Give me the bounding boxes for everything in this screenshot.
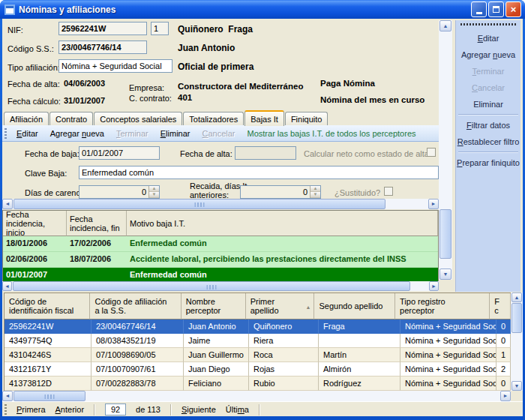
scroll-right-button[interactable]: ► [428, 199, 439, 209]
scroll-left-button[interactable]: ◄ [2, 199, 13, 209]
sidebar-menu: EditarAgregar nuevaTerminarCancelarElimi… [455, 20, 520, 292]
bajas-hscrollbar[interactable]: ◄ ► [2, 281, 439, 291]
sidebar-item-preparar-finiquito[interactable]: Preparar finiquito [456, 154, 520, 171]
calcular-neto-label: Calcular neto como estado de alta [304, 149, 429, 158]
sidebar-grip[interactable] [460, 23, 516, 26]
fecha-alta-baja-field[interactable] [235, 146, 296, 160]
tab-afiliacion[interactable]: Afiliación [4, 112, 49, 126]
minimize-button[interactable] [471, 2, 487, 17]
toolbar-terminar[interactable]: Terminar [110, 129, 154, 138]
perceptor-row[interactable]: 43121671Y07/10070907/61Juan DiegoRojasAl… [4, 362, 511, 376]
title-bar[interactable]: Nóminas y afiliaciones × [0, 0, 525, 19]
page-last-button[interactable]: Última [226, 405, 249, 414]
page-first-button[interactable]: Primera [16, 405, 46, 414]
perceptor-row[interactable]: 43104246S07/10098690/05Juan GuillermoRoc… [4, 348, 511, 362]
dias-carencia-spinner[interactable]: 0 ▲▼ [79, 185, 160, 199]
perceptores-column-header[interactable]: F c [490, 293, 511, 320]
sustituido-checkbox[interactable] [384, 187, 393, 196]
baja-cell: 18/07/2006 [67, 252, 127, 267]
perceptores-vscrollbar[interactable]: ▲ ▼ [511, 292, 523, 391]
vscroll-thumb[interactable] [512, 303, 522, 333]
scroll-right-button[interactable]: ► [429, 281, 439, 291]
tab-conceptos-salariales[interactable]: Conceptos salariales [94, 112, 182, 126]
fecha-baja-field[interactable]: 01/01/2007 [79, 146, 160, 160]
toolbar-cancelar[interactable]: Cancelar [196, 129, 241, 138]
sidebar-item-editar[interactable]: Editar [456, 30, 520, 46]
bajas-column-header[interactable]: Fecha incidencia, inicio [3, 211, 67, 236]
tab-finiquito[interactable]: Finiquito [285, 112, 328, 126]
clave-baja-field[interactable]: Enfermedad común [79, 166, 439, 179]
sidebar-item-eliminar[interactable]: Eliminar [456, 96, 520, 112]
scroll-left-button[interactable]: ◄ [2, 391, 13, 401]
perceptor-cell: Nómina + Seguridad Social [400, 376, 496, 391]
sidebar-item-cancelar[interactable]: Cancelar [456, 80, 520, 96]
nif-seq-field[interactable]: 1 [151, 22, 169, 35]
panel-vscrollbar[interactable]: ▲ ▼ [439, 20, 452, 280]
perceptores-column-header[interactable]: Segundo apellido [314, 293, 395, 320]
hscroll-thumb[interactable] [14, 391, 86, 401]
fecha-baja-label: Fecha de baja: [25, 149, 80, 158]
scroll-left-button[interactable]: ◄ [2, 281, 12, 291]
perceptor-row[interactable]: 25962241W23/00467746/14Juan AntonioQuiño… [4, 320, 511, 334]
person-name: Juan Antonio [178, 43, 235, 53]
hscroll-thumb[interactable] [14, 199, 386, 209]
bajas-column-header[interactable]: Fecha incidencia, fin [67, 211, 127, 236]
spin-up-icon[interactable]: ▲ [149, 186, 159, 192]
perceptor-cell: 0 [496, 376, 511, 391]
perceptor-row[interactable]: 43497754Q08/03843521/19JaimeRieraNómina … [4, 334, 511, 348]
toolbar-editar[interactable]: Editar [10, 129, 44, 138]
recaida-spinner[interactable]: 0 ▲▼ [240, 185, 321, 199]
sidebar-item-restablecer-filtro[interactable]: Restablecer filtro [456, 134, 520, 150]
fields-hscrollbar[interactable]: ◄ ► [2, 199, 439, 209]
hscroll-thumb[interactable] [13, 281, 410, 291]
scroll-up-button[interactable]: ▲ [440, 20, 452, 32]
baja-cell: Accidente laboral, percibiendo las prest… [127, 252, 438, 267]
scroll-right-button[interactable]: ► [500, 391, 511, 401]
spin-down-icon[interactable]: ▼ [149, 192, 159, 198]
bajas-toolbar: EditarAgregar nuevaTerminarEliminarCance… [2, 125, 439, 142]
perceptor-cell: Nómina + Seguridad Social [400, 334, 496, 348]
spin-down-icon[interactable]: ▼ [310, 192, 320, 198]
tab-totalizadores[interactable]: Totalizadores [183, 112, 244, 126]
toolbar-mostrar-las-bajas-i-t-de-todos-los-perceptores[interactable]: Mostrar las bajas I.T. de todos los perc… [242, 129, 422, 138]
calcular-neto-checkbox[interactable] [427, 148, 436, 157]
app-window: Nóminas y afiliaciones × NIF: 25962241W … [0, 0, 525, 420]
pager-grip[interactable] [4, 404, 7, 415]
nif-field[interactable]: 25962241W [58, 22, 147, 35]
baja-row[interactable]: 02/06/200618/07/2006Accidente laboral, p… [3, 252, 438, 268]
codigo-ss-field[interactable]: 23/00467746/14 [58, 40, 147, 54]
toolbar-grip[interactable] [4, 128, 7, 139]
maximize-icon [493, 6, 500, 13]
recaida-value: 0 [241, 188, 310, 196]
sidebar-item-filtrar-datos[interactable]: Filtrar datos [456, 117, 520, 134]
fecha-calculo-label: Fecha cálculo: [8, 97, 61, 106]
spin-up-icon[interactable]: ▲ [310, 186, 320, 192]
vscroll-thumb[interactable] [440, 209, 452, 259]
tab-contrato[interactable]: Contrato [50, 112, 93, 126]
close-button[interactable]: × [506, 2, 521, 17]
tab-bajas-it[interactable]: Bajas It [244, 110, 284, 126]
sidebar-item-terminar[interactable]: Terminar [456, 63, 520, 80]
perceptores-hscrollbar[interactable]: ◄ ► [2, 391, 511, 401]
toolbar-eliminar[interactable]: Eliminar [154, 129, 196, 138]
perceptor-cell: 07/00282883/78 [92, 376, 184, 391]
perceptores-column-header[interactable]: Código de identificaión fiscal [4, 293, 90, 320]
perceptor-cell: Jaime [184, 334, 249, 348]
perceptores-column-header[interactable]: Código de afiliación a la S.S. [90, 293, 181, 320]
maximize-button[interactable] [488, 2, 504, 17]
page-next-button[interactable]: Siguiente [182, 405, 216, 414]
baja-row[interactable]: 18/01/200617/02/2006Enfermedad común [3, 236, 438, 252]
tipo-afiliacion-field[interactable]: Nómina + Seguridad Social [58, 59, 172, 73]
scroll-down-button[interactable]: ▼ [440, 268, 452, 280]
page-number-field[interactable]: 92 [105, 404, 126, 416]
sidebar-item-agregar-nueva[interactable]: Agregar nueva [456, 46, 520, 63]
toolbar-agregar-nueva[interactable]: Agregar nueva [44, 129, 110, 138]
perceptores-column-header[interactable]: Primer apellido▲ [246, 293, 315, 320]
perceptores-column-header[interactable]: Nombre perceptor [182, 293, 246, 320]
bajas-column-header[interactable]: Motivo baja I.T. [127, 211, 438, 236]
scroll-up-button[interactable]: ▲ [512, 292, 522, 302]
perceptor-row[interactable]: 41373812D07/00282883/78FelicianoRubioRod… [4, 376, 511, 391]
perceptores-column-header[interactable]: Tipo registro perceptor [395, 293, 490, 320]
page-previous-button[interactable]: Anterior [56, 405, 85, 414]
scroll-down-button[interactable]: ▼ [512, 381, 522, 391]
